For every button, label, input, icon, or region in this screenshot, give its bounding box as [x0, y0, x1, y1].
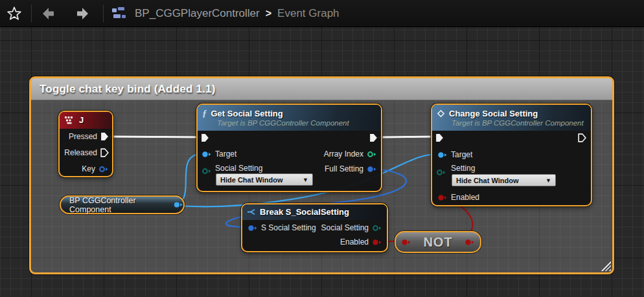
node-title: J: [79, 115, 84, 125]
setting-dropdown[interactable]: Hide Chat Window ▼: [452, 174, 556, 186]
bool-pin-filled-icon: [437, 194, 448, 201]
node-title: Change Social Setting: [449, 109, 538, 118]
struct-pin-filled-icon: [247, 225, 258, 232]
bool-pin-filled-icon[interactable]: [465, 239, 475, 246]
pin-s-social-setting[interactable]: S Social Setting: [247, 223, 316, 232]
object-pin-filled-icon: [437, 151, 448, 159]
node-change-social-setting[interactable]: Change Social Setting Target is BP CGGCo…: [431, 104, 592, 206]
pin-array-index[interactable]: Array Index: [324, 149, 377, 159]
exec-pin-hollow-icon: [578, 133, 586, 142]
chevron-down-icon: ▼: [303, 177, 308, 183]
chevron-down-icon: ▼: [546, 177, 551, 184]
break-struct-icon: [247, 208, 256, 215]
pin-pressed[interactable]: Pressed: [69, 132, 109, 141]
toolbar-separator: [103, 5, 104, 23]
node-title: Break S_SocialSetting: [260, 207, 349, 217]
pin-full-setting[interactable]: Full Setting: [325, 164, 377, 173]
node-title: Get Social Setting: [211, 109, 283, 118]
forward-button[interactable]: [69, 0, 97, 27]
node-variable-bp-cggcontroller-component[interactable]: BP CGGController Component: [60, 195, 185, 214]
node-subtitle: Target is BP CGGController Component: [452, 119, 586, 127]
int-pin-hollow-icon: [367, 151, 377, 158]
pin-exec-out[interactable]: [369, 133, 378, 142]
pin-target[interactable]: Target: [437, 150, 472, 159]
pin-social-setting-label: Social Setting: [215, 164, 262, 173]
exec-pin-filled-icon: [369, 133, 378, 142]
pin-enabled-out[interactable]: Enabled: [340, 237, 382, 247]
exec-pin-hollow-icon: [100, 148, 109, 157]
breadcrumb-current[interactable]: Event Graph: [277, 7, 339, 20]
back-arrow-icon: [40, 6, 56, 21]
star-icon: [6, 5, 23, 22]
pin-target[interactable]: Target: [201, 149, 236, 159]
node-break-s-socialsetting[interactable]: Break S_SocialSetting S Social Setting S…: [241, 203, 388, 252]
struct-pin-filled-icon: [367, 166, 377, 173]
blueprint-icon: [111, 6, 128, 21]
keyboard-icon: [64, 116, 75, 124]
social-setting-dropdown[interactable]: Hide Chat Window ▼: [216, 173, 313, 186]
pin-exec-out[interactable]: [578, 133, 586, 142]
enum-pin-hollow-icon: [372, 225, 382, 232]
object-pin-filled-icon[interactable]: [174, 201, 183, 208]
pin-enabled[interactable]: Enabled: [437, 193, 479, 202]
pin-released[interactable]: Released: [64, 148, 109, 157]
bool-pin-filled-icon[interactable]: [401, 239, 411, 246]
comment-header[interactable]: Toggle chat key bind (Added 1.1): [31, 78, 612, 100]
back-button[interactable]: [34, 0, 62, 27]
object-pin-filled-icon: [201, 151, 212, 158]
exec-pin-filled-icon: [435, 133, 444, 142]
variable-name: BP CGGController Component: [61, 196, 170, 214]
struct-pin-hollow-icon: [98, 166, 109, 173]
function-diamond-icon: [437, 109, 445, 118]
pin-setting[interactable]: [436, 169, 446, 176]
node-not[interactable]: NOT: [395, 231, 481, 253]
pin-setting-label: Setting: [451, 164, 475, 173]
enum-pin-hollow-icon: [436, 169, 446, 176]
pin-key[interactable]: Key: [82, 164, 109, 173]
comment-resize-handle[interactable]: [601, 261, 611, 271]
forward-arrow-icon: [75, 6, 91, 21]
not-title: NOT: [411, 235, 465, 250]
exec-pin-filled-icon: [201, 133, 209, 142]
graph-toolbar: BP_CGGPlayerController > Event Graph: [0, 0, 644, 27]
blueprint-event-graph[interactable]: BP_CGGPlayerController > Event Graph Tog…: [0, 0, 644, 297]
enum-pin-hollow-icon: [201, 168, 212, 175]
pin-social-setting[interactable]: [201, 168, 212, 175]
node-get-social-setting[interactable]: ƒ Get Social Setting Target is BP CGGCon…: [196, 104, 382, 192]
exec-pin-filled-icon: [100, 132, 109, 141]
toolbar-separator: [31, 5, 32, 23]
bool-pin-filled-icon: [372, 239, 382, 246]
comment-title: Toggle chat key bind (Added 1.1): [31, 83, 216, 96]
breadcrumb-parent[interactable]: BP_CGGPlayerController: [135, 7, 260, 20]
node-subtitle: Target is BP CGGController Component: [217, 119, 376, 127]
breadcrumb-chevron: >: [266, 8, 271, 19]
favorite-star-button[interactable]: [0, 0, 29, 27]
pin-exec-in[interactable]: [201, 133, 209, 142]
node-key-event-j[interactable]: J Pressed Released Key: [58, 111, 113, 177]
function-icon: ƒ: [202, 109, 207, 117]
pin-social-setting-out[interactable]: Social Setting: [321, 223, 382, 232]
pin-exec-in[interactable]: [435, 133, 444, 142]
